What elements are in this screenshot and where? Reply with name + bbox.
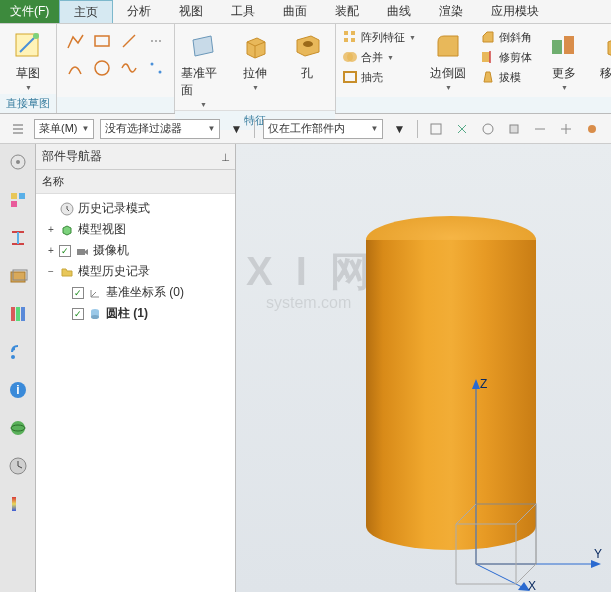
part-navigator: 部件导航器 ⟂ 名称 历史记录模式 + 模型视图 + ✓ 摄像机 − [36,144,236,592]
csys-icon [87,285,103,301]
chevron-down-icon: ▼ [445,84,452,91]
tab-curve[interactable]: 曲线 [373,0,425,23]
tab-tools[interactable]: 工具 [217,0,269,23]
tab-surface[interactable]: 曲面 [269,0,321,23]
arc-icon[interactable] [63,56,87,80]
strip-constraints-icon[interactable] [6,226,30,250]
svg-rect-24 [19,193,25,199]
ribbon-group-sketch: 草图 ▼ 直接草图 [0,24,57,113]
cylinder-model[interactable] [366,216,536,550]
more-label: 更多 [552,65,576,82]
tree-camera[interactable]: + ✓ 摄像机 [38,240,233,261]
ribbon-group-datum: 基准平面 ▼ 拉伸 ▼ 孔 特征 [175,24,336,113]
svg-text:i: i [16,383,19,397]
filter-icon-2[interactable] [452,119,472,139]
extrude-button[interactable]: 拉伸 ▼ [233,29,277,91]
tab-app-modules[interactable]: 应用模块 [477,0,553,23]
nav-title: 部件导航器 [42,148,102,165]
profile-line-icon[interactable] [63,29,87,53]
chevron-down-icon: ▼ [200,101,207,108]
strip-layers-icon[interactable] [6,264,30,288]
datum-checkbox[interactable]: ✓ [72,287,84,299]
file-menu[interactable]: 文件(F) [0,0,59,23]
sketch-button[interactable]: 草图 ▼ [6,29,50,91]
tab-analysis[interactable]: 分析 [113,0,165,23]
camera-checkbox[interactable]: ✓ [59,245,71,257]
tab-assembly[interactable]: 装配 [321,0,373,23]
tree-datum-csys[interactable]: ✓ 基准坐标系 (0) [38,282,233,303]
union-button[interactable]: 合并▼ [342,49,416,65]
viewport-3d[interactable]: X I 网 system.com Z Y X [236,144,611,592]
svg-point-1 [33,33,39,39]
hole-icon [290,29,324,63]
extrude-icon [238,29,272,63]
nav-column-header[interactable]: 名称 [36,170,235,194]
trim-body-button[interactable]: 修剪体 [480,49,532,65]
strip-history-icon[interactable] [6,454,30,478]
svg-point-3 [95,61,109,75]
strip-parts-icon[interactable] [6,188,30,212]
strip-signal-icon[interactable] [6,340,30,364]
separator [254,120,255,138]
point-icon[interactable] [144,56,168,80]
shape-more-icon[interactable]: ⋯ [144,29,168,53]
collapse-icon[interactable]: − [46,266,56,277]
strip-books-icon[interactable] [6,302,30,326]
spline-icon[interactable] [117,56,141,80]
filter-icon-7[interactable] [582,119,602,139]
tree-model-history[interactable]: − 模型历史记录 [38,261,233,282]
scope-toggle-icon[interactable]: ▼ [389,119,409,139]
cylinder-checkbox[interactable]: ✓ [72,308,84,320]
filter-icon-4[interactable] [504,119,524,139]
rectangle-icon[interactable] [90,29,114,53]
scope-combo[interactable]: 仅在工作部件内▼ [263,119,383,139]
more-button[interactable]: 更多 ▼ [542,29,586,91]
tree-history-mode[interactable]: 历史记录模式 [38,198,233,219]
filter-icon-5[interactable] [530,119,550,139]
tree-model-view[interactable]: + 模型视图 [38,219,233,240]
tab-render[interactable]: 渲染 [425,0,477,23]
shell-button[interactable]: 抽壳 [342,69,416,85]
svg-rect-13 [344,72,356,82]
line-icon[interactable] [117,29,141,53]
filter-toggle-icon[interactable]: ▼ [226,119,246,139]
tab-view[interactable]: 视图 [165,0,217,23]
side-strip: i [0,144,36,592]
svg-text:X: X [528,579,536,592]
nav-pin-icon[interactable]: ⟂ [222,150,229,164]
array-feature-button[interactable]: 阵列特征▼ [342,29,416,45]
strip-info-icon[interactable]: i [6,378,30,402]
datum-plane-icon [186,29,220,63]
strip-sphere-icon[interactable] [6,416,30,440]
chamfer-button[interactable]: 倒斜角 [480,29,532,45]
ribbon-group-shapes: ⋯ [57,24,175,113]
filter-icon-3[interactable] [478,119,498,139]
expand-icon[interactable]: + [46,224,56,235]
filter-icon-1[interactable] [426,119,446,139]
selection-filter-combo[interactable]: 没有选择过滤器▼ [100,119,220,139]
hole-button[interactable]: 孔 [285,29,329,82]
menu-combo[interactable]: 菜单(M)▼ [34,119,94,139]
edge-round-button[interactable]: 边倒圆 ▼ [426,29,470,91]
draft-button[interactable]: 拔模 [480,69,532,85]
edge-round-label: 边倒圆 [430,65,466,82]
svg-point-34 [11,421,25,435]
menu-toggle-icon[interactable] [8,119,28,139]
circle-icon[interactable] [90,56,114,80]
svg-rect-8 [351,31,355,35]
svg-point-4 [151,63,154,66]
tree-cylinder[interactable]: ✓ 圆柱 (1) [38,303,233,324]
strip-settings-icon[interactable] [6,150,30,174]
svg-rect-25 [11,201,17,207]
hole-label: 孔 [301,65,313,82]
draft-icon [480,69,496,85]
strip-gradient-icon[interactable] [6,492,30,516]
svg-marker-47 [591,560,601,568]
main-area: i 部件导航器 ⟂ 名称 历史记录模式 + 模型视图 + ✓ [0,144,611,592]
filter-icon-6[interactable] [556,119,576,139]
expand-icon[interactable]: + [46,245,56,256]
tab-home[interactable]: 主页 [59,0,113,23]
datum-plane-button[interactable]: 基准平面 ▼ [181,29,225,108]
move-face-button[interactable]: 移动面 [596,29,611,82]
edge-round-icon [431,29,465,63]
